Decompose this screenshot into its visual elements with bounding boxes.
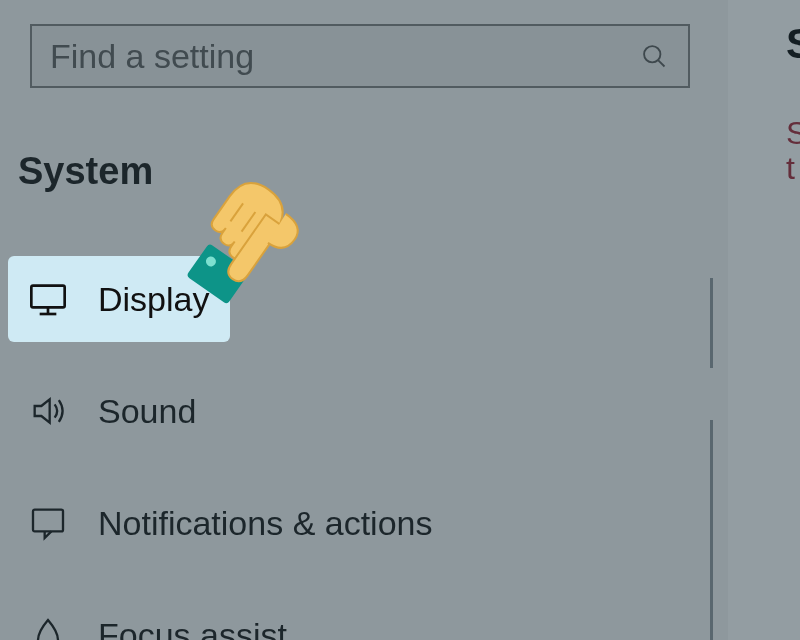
notifications-icon	[26, 501, 70, 545]
sidebar-item-label: Notifications & actions	[98, 504, 433, 543]
focus-assist-icon	[26, 613, 70, 640]
sound-icon	[26, 389, 70, 433]
partial-text: S	[786, 115, 800, 152]
svg-rect-2	[33, 510, 63, 532]
search-icon	[638, 40, 670, 72]
section-title: System	[18, 150, 153, 193]
sidebar-item-label: Sound	[98, 392, 196, 431]
sidebar-item-label: Focus assist	[98, 616, 287, 641]
sidebar-item-notifications[interactable]: Notifications & actions	[8, 480, 688, 566]
scrollbar-track-segment[interactable]	[710, 278, 713, 368]
search-input[interactable]	[50, 37, 638, 76]
pointing-hand-icon	[176, 152, 336, 312]
search-box[interactable]	[30, 24, 690, 88]
svg-rect-3	[31, 286, 64, 308]
partial-heading: S	[786, 20, 800, 68]
sidebar-item-sound[interactable]: Sound	[8, 368, 688, 454]
svg-line-1	[658, 60, 664, 66]
svg-point-0	[644, 46, 660, 62]
content-panel-edge	[728, 0, 800, 640]
sidebar-item-focus-assist[interactable]: Focus assist	[8, 592, 688, 640]
display-icon	[26, 277, 70, 321]
partial-text: t	[786, 150, 800, 187]
scrollbar-track-segment[interactable]	[710, 420, 713, 640]
